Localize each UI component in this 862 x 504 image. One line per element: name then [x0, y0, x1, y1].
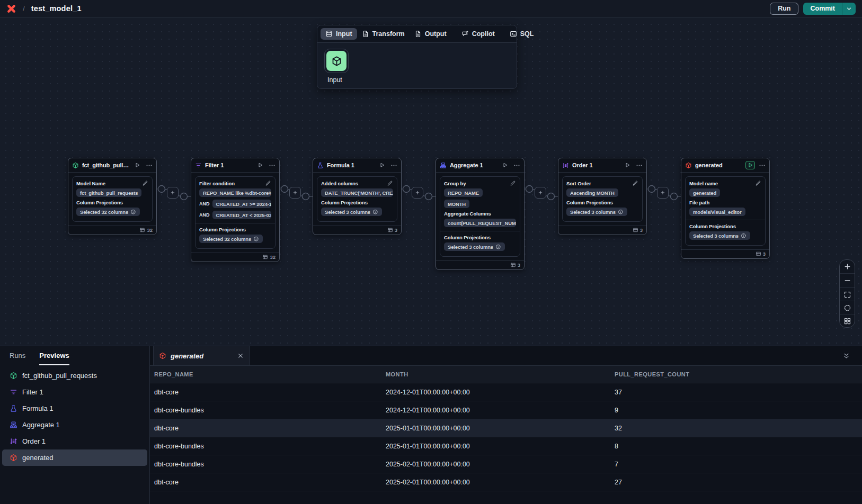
node-run-icon[interactable] — [377, 161, 387, 169]
node-value-pill[interactable]: models/visual_editor — [689, 208, 745, 216]
node-value-pill[interactable]: REPO_NAME — [444, 188, 483, 197]
node-menu-icon[interactable] — [513, 162, 520, 169]
column-header-repo_name[interactable]: REPO_NAME — [150, 371, 381, 377]
sidebar-item-formula-1[interactable]: Formula 1 — [2, 400, 147, 417]
sidebar-item-fct_github_pull_requests[interactable]: fct_github_pull_requests — [2, 367, 147, 384]
node-value-pill[interactable]: Selected 32 columns — [199, 235, 263, 243]
node-menu-icon[interactable] — [269, 162, 276, 169]
fit-view-button[interactable] — [840, 287, 855, 301]
canvas-node-filter-1[interactable]: Filter 1Filter conditionREPO_NAME like %… — [191, 158, 280, 262]
focus-button[interactable] — [840, 301, 855, 314]
canvas[interactable]: fct_github_pull_requestsModel Namefct_gi… — [0, 17, 862, 346]
edit-icon[interactable] — [387, 180, 393, 186]
node-value-pill[interactable]: count(PULL_REQUEST_NUMBER) as ... — [444, 219, 516, 227]
edit-icon[interactable] — [755, 180, 761, 186]
node-menu-icon[interactable] — [146, 162, 153, 169]
add-node-button[interactable] — [412, 187, 423, 199]
table-row[interactable]: dbt-core-bundles2025-01-01T00:00:00+00:0… — [150, 437, 862, 455]
zoom-in-button[interactable] — [840, 260, 855, 273]
cube-icon — [10, 372, 17, 380]
node-value-pill[interactable]: CREATED_AT < 2025-03-01 — [212, 211, 272, 219]
collapse-panel-icon[interactable] — [842, 346, 850, 365]
node-menu-icon[interactable] — [636, 162, 643, 169]
node-value-pill[interactable]: Ascending MONTH — [566, 188, 618, 197]
output-port[interactable] — [158, 186, 165, 193]
zoom-in-icon — [843, 263, 851, 271]
canvas-node-order-1[interactable]: Order 1Sort OrderAscending MONTHColumn P… — [558, 158, 647, 235]
node-value-row: count(PULL_REQUEST_NUMBER) as ... — [444, 219, 516, 227]
filter-icon — [10, 388, 17, 396]
sidebar-item-generated[interactable]: generated — [2, 449, 147, 466]
node-run-icon[interactable] — [500, 161, 510, 169]
edit-icon[interactable] — [510, 180, 516, 186]
edit-icon[interactable] — [265, 180, 271, 186]
output-port[interactable] — [648, 186, 655, 193]
table-row[interactable]: dbt-core2024-12-01T00:00:00+00:0037 — [150, 383, 862, 401]
node-run-icon[interactable] — [132, 161, 142, 169]
node-value-pill[interactable]: Selected 3 columns — [566, 208, 627, 216]
node-value-pill[interactable]: Selected 3 columns — [444, 242, 505, 251]
node-value-pill[interactable]: DATE_TRUNC('MONTH', CREATED_AT... — [321, 188, 393, 197]
palette-tab-output[interactable]: Output — [410, 28, 451, 40]
run-button[interactable]: Run — [770, 3, 798, 15]
node-run-icon[interactable] — [255, 161, 265, 169]
node-value-row: REPO_NAME — [444, 188, 516, 197]
output-port[interactable] — [526, 186, 533, 193]
input-port[interactable] — [548, 193, 555, 200]
node-value-pill[interactable]: Selected 3 columns — [321, 208, 382, 216]
node-value-pill[interactable]: CREATED_AT >= 2024-12-01 — [212, 200, 272, 208]
node-title: Formula 1 — [327, 162, 374, 168]
canvas-node-generated[interactable]: generatedModel namegeneratedFile pathmod… — [681, 158, 770, 259]
palette-tab-copilot[interactable]: Copilot — [457, 28, 500, 40]
dbt-logo-icon[interactable] — [6, 4, 16, 14]
input-node-tile[interactable] — [324, 49, 349, 73]
column-header-month[interactable]: MONTH — [381, 371, 610, 377]
zoom-out-button[interactable] — [840, 273, 855, 286]
table-row[interactable]: dbt-core-bundles2025-02-01T00:00:00+00:0… — [150, 455, 862, 473]
database-icon — [325, 30, 333, 38]
node-value-pill[interactable]: fct_github_pull_requests — [76, 188, 141, 197]
node-run-icon[interactable] — [745, 161, 755, 169]
edit-icon[interactable] — [142, 180, 148, 186]
add-node-button[interactable] — [535, 187, 546, 199]
bottom-tab-runs[interactable]: Runs — [10, 346, 25, 365]
node-value-pill[interactable]: MONTH — [444, 200, 469, 208]
table-row[interactable]: dbt-core2025-01-01T00:00:00+00:0032 — [150, 419, 862, 437]
table-row[interactable]: dbt-core-bundles2024-12-01T00:00:00+00:0… — [150, 401, 862, 419]
input-port[interactable] — [671, 193, 678, 200]
node-menu-icon[interactable] — [390, 162, 397, 169]
commit-dropdown-button[interactable] — [842, 3, 856, 15]
canvas-node-formula-1[interactable]: Formula 1Added columnsDATE_TRUNC('MONTH'… — [313, 158, 402, 235]
sidebar-item-filter-1[interactable]: Filter 1 — [2, 384, 147, 400]
node-menu-icon[interactable] — [759, 162, 766, 169]
node-value-pill[interactable]: Selected 32 columns — [76, 208, 140, 216]
output-port[interactable] — [281, 186, 288, 193]
node-run-icon[interactable] — [623, 161, 632, 169]
output-port[interactable] — [403, 186, 410, 193]
palette-tab-sql[interactable]: SQL — [505, 28, 539, 40]
commit-button[interactable]: Commit — [803, 3, 842, 15]
add-node-button[interactable] — [657, 187, 669, 199]
input-port[interactable] — [303, 193, 309, 200]
node-value-pill[interactable]: REPO_NAME like %dbt-core% — [199, 188, 271, 197]
bottom-tab-previews[interactable]: Previews — [39, 346, 69, 365]
table-row[interactable]: dbt-core2025-02-01T00:00:00+00:0027 — [150, 473, 862, 491]
sidebar-item-aggregate-1[interactable]: Aggregate 1 — [2, 417, 147, 433]
sidebar-item-order-1[interactable]: Order 1 — [2, 433, 147, 449]
input-port[interactable] — [181, 193, 188, 200]
node-value-pill[interactable]: generated — [689, 188, 720, 197]
edit-icon[interactable] — [632, 180, 638, 186]
minimap-button[interactable] — [840, 314, 855, 327]
node-value-pill[interactable]: Selected 3 columns — [689, 231, 750, 240]
condition-prefix: AND — [199, 212, 210, 218]
preview-tab-generated[interactable]: generated — [153, 346, 250, 365]
add-node-button[interactable] — [167, 187, 179, 199]
canvas-node-fct_github_pull_requests[interactable]: fct_github_pull_requestsModel Namefct_gi… — [68, 158, 157, 235]
column-header-pull_request_count[interactable]: PULL_REQUEST_COUNT — [610, 371, 862, 377]
add-node-button[interactable] — [289, 187, 301, 199]
palette-tab-transform[interactable]: Transform — [357, 28, 410, 40]
palette-tab-input[interactable]: Input — [321, 28, 357, 40]
canvas-node-aggregate-1[interactable]: Aggregate 1Group byREPO_NAMEMONTHAggrega… — [436, 158, 525, 270]
close-icon[interactable] — [237, 352, 244, 359]
input-port[interactable] — [425, 193, 432, 200]
